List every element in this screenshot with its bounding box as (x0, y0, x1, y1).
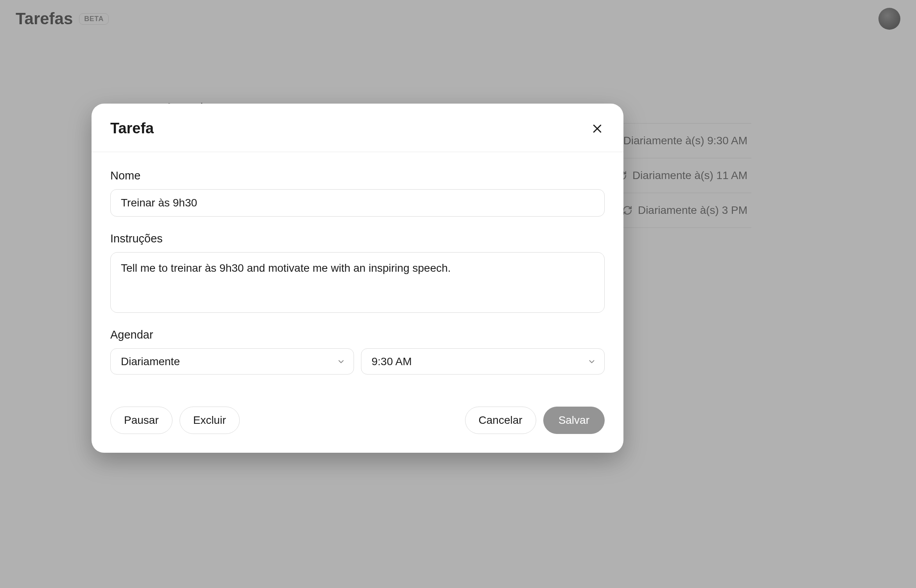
footer-left: Pausar Excluir (110, 407, 240, 434)
time-select-wrap: 9:30 AM (361, 348, 605, 375)
modal-title: Tarefa (110, 120, 154, 137)
schedule-field-group: Agendar Diariamente 9:30 AM (110, 328, 605, 375)
modal-body: Nome Instruções Agendar Diariamente (92, 152, 623, 394)
frequency-select-wrap: Diariamente (110, 348, 354, 375)
frequency-select[interactable]: Diariamente (110, 348, 354, 375)
close-icon (591, 123, 603, 134)
save-button[interactable]: Salvar (543, 407, 605, 434)
footer-right: Cancelar Salvar (465, 407, 605, 434)
modal-footer: Pausar Excluir Cancelar Salvar (92, 394, 623, 453)
modal-overlay[interactable]: Tarefa Nome Instruções Agendar Diariamen (0, 0, 916, 588)
delete-button[interactable]: Excluir (180, 407, 240, 434)
schedule-label: Agendar (110, 328, 605, 341)
pause-button[interactable]: Pausar (110, 407, 172, 434)
name-field-group: Nome (110, 169, 605, 217)
instructions-label: Instruções (110, 232, 605, 245)
close-button[interactable] (590, 121, 605, 136)
name-label: Nome (110, 169, 605, 182)
time-select[interactable]: 9:30 AM (361, 348, 605, 375)
schedule-row: Diariamente 9:30 AM (110, 348, 605, 375)
instructions-field-group: Instruções (110, 232, 605, 313)
task-modal: Tarefa Nome Instruções Agendar Diariamen (92, 104, 623, 453)
instructions-input[interactable] (110, 252, 605, 313)
cancel-button[interactable]: Cancelar (465, 407, 536, 434)
name-input[interactable] (110, 189, 605, 217)
modal-header: Tarefa (92, 104, 623, 152)
